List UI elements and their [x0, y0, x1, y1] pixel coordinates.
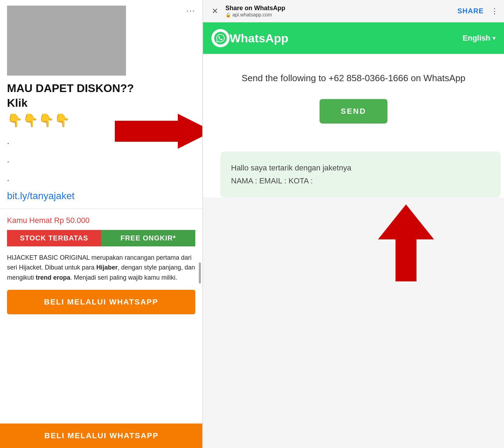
red-arrow-right	[115, 112, 203, 152]
badge-row: STOCK TERBATAS FREE ONGKIR*	[7, 230, 195, 246]
send-instruction-text: Send the following to +62 858-0366-1666 …	[241, 71, 465, 85]
lock-icon: 🔒	[225, 12, 231, 18]
language-dropdown-icon: ▾	[492, 34, 496, 42]
savings-text: Kamu Hemat Rp 50.000	[7, 216, 195, 225]
page-title: MAU DAPET DISKON?? Klik	[7, 81, 195, 110]
language-label: English	[463, 34, 490, 43]
more-options-button[interactable]: ···	[186, 6, 195, 15]
left-bottom-section: Kamu Hemat Rp 50.000 STOCK TERBATAS FREE…	[0, 209, 202, 448]
whatsapp-brand-name: WhatsApp	[230, 31, 463, 45]
whatsapp-logo	[211, 29, 230, 47]
left-top-section: ··· MAU DAPET DISKON?? Klik 👇👇👇👇 . . . b…	[0, 0, 202, 209]
browser-url-area: Share on WhatsApp 🔒 api.whatsapp.com	[225, 5, 453, 18]
scrollbar[interactable]	[199, 262, 201, 284]
svg-marker-2	[378, 204, 434, 281]
product-description: HIJACKET BASIC ORIGINAL merupakan rancan…	[7, 253, 195, 283]
message-line2: NAMA : EMAIL : KOTA :	[231, 174, 490, 187]
browser-bar: ✕ Share on WhatsApp 🔒 api.whatsapp.com S…	[203, 0, 504, 22]
svg-point-1	[214, 32, 227, 44]
browser-title: Share on WhatsApp	[225, 5, 453, 12]
right-panel: ✕ Share on WhatsApp 🔒 api.whatsapp.com S…	[203, 0, 504, 448]
left-panel: ··· MAU DAPET DISKON?? Klik 👇👇👇👇 . . . b…	[0, 0, 203, 448]
browser-menu-button[interactable]: ⋮	[491, 7, 498, 16]
arrows-area	[203, 197, 504, 448]
buy-whatsapp-button[interactable]: BELI MELALUI WHATSAPP	[7, 290, 195, 314]
browser-close-button[interactable]: ✕	[209, 5, 221, 18]
bottom-sticky-label[interactable]: BELI MELALUI WHATSAPP	[44, 431, 159, 440]
whatsapp-header: WhatsApp English ▾	[203, 22, 504, 54]
product-image	[7, 6, 126, 76]
send-button[interactable]: SEND	[320, 99, 387, 124]
message-line1: Hallo saya tertarik dengan jaketnya	[231, 161, 490, 174]
share-button[interactable]: SHARE	[457, 7, 484, 15]
bitly-link[interactable]: bit.ly/tanyajaket	[7, 190, 195, 202]
free-ongkir-badge: FREE ONGKIR*	[101, 230, 195, 246]
svg-marker-0	[115, 114, 203, 149]
language-selector[interactable]: English ▾	[463, 34, 496, 43]
browser-url: 🔒 api.whatsapp.com	[225, 12, 453, 18]
stock-badge: STOCK TERBATAS	[7, 230, 101, 246]
bottom-sticky-bar: BELI MELALUI WHATSAPP	[0, 424, 203, 448]
whatsapp-content: Send the following to +62 858-0366-1666 …	[203, 54, 504, 141]
message-preview: Hallo saya tertarik dengan jaketnya NAMA…	[220, 152, 500, 197]
red-arrow-up	[378, 204, 434, 283]
